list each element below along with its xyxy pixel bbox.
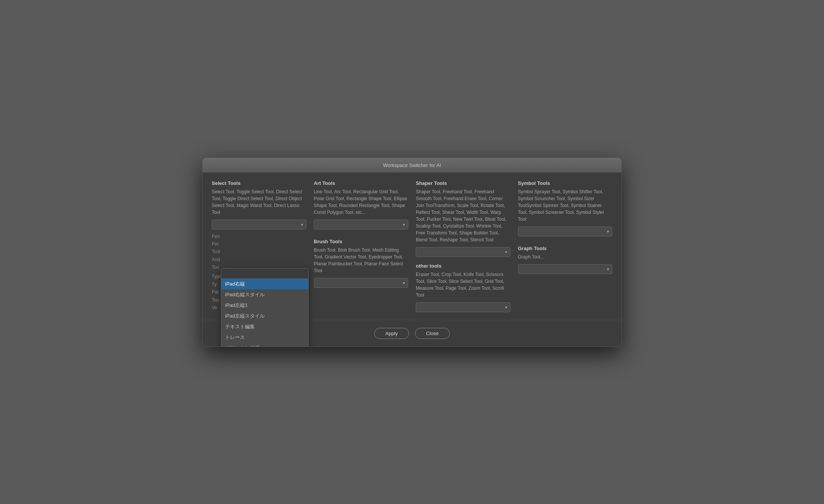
- graph-tools-title: Graph Tools: [518, 246, 613, 251]
- dropdown-item-ipad-right[interactable]: iPad右縦: [221, 279, 308, 289]
- dropdown-overlay: iPad右縦 iPad右縦スタイル iPad左縦1 iPad左縦スタイル テキス…: [221, 268, 309, 347]
- symbol-graph-tools-section: Symbol Tools Symbol Sprayer Tool, Symbol…: [518, 180, 613, 312]
- dialog-title: Workspace Switcher for AI: [383, 162, 441, 168]
- other-tools-dropdown[interactable]: [416, 302, 510, 312]
- title-bar: Workspace Switcher for AI: [203, 158, 621, 173]
- art-brush-tools-section: Art Tools Line Tool, Arc Tool, Rectangul…: [314, 180, 409, 312]
- other-tools-subsection: other tools Eraser Tool, Crop Tool, Knif…: [416, 263, 510, 312]
- brush-tools-title: Brush Tools: [314, 239, 409, 244]
- dropdown-item-ipad-right-style[interactable]: iPad右縦スタイル: [221, 289, 308, 300]
- select-tools-dropdown-wrapper[interactable]: [212, 220, 306, 230]
- select-tools-body: Select Tool, Toggle Select Tool, Direct …: [212, 188, 306, 216]
- other-tools-body: Eraser Tool, Crop Tool, Knife Tool, Scis…: [416, 271, 510, 299]
- select-tools-section: Select Tools Select Tool, Toggle Select …: [212, 180, 306, 312]
- dropdown-search-input[interactable]: [221, 268, 308, 279]
- graph-tools-dropdown[interactable]: [518, 264, 613, 274]
- graph-tools-dropdown-wrapper[interactable]: [518, 264, 613, 274]
- shaper-tools-dropdown-wrapper[interactable]: [416, 247, 510, 257]
- symbol-tools-dropdown-wrapper[interactable]: [518, 226, 613, 236]
- content-area: Select Tools Select Tool, Toggle Select …: [203, 173, 621, 320]
- select-tools-dropdown[interactable]: [212, 220, 306, 230]
- brush-tools-dropdown-wrapper[interactable]: [314, 278, 409, 288]
- brush-tools-dropdown[interactable]: [314, 278, 409, 288]
- dropdown-item-trace[interactable]: トレース: [221, 332, 308, 343]
- dropdown-item-ipad-left1[interactable]: iPad左縦1: [221, 300, 308, 311]
- brush-tools-subsection: Brush Tools Brush Tool, Blob Brush Tool,…: [314, 239, 409, 288]
- symbol-tools-body: Symbol Sprayer Tool, Symbol Shifter Tool…: [518, 188, 613, 223]
- other-tools-dropdown-wrapper[interactable]: [416, 302, 510, 312]
- art-tools-title: Art Tools: [314, 180, 409, 186]
- dropdown-item-print-correct[interactable]: プリントと校正: [221, 343, 308, 347]
- symbol-tools-title: Symbol Tools: [518, 180, 613, 186]
- shaper-other-tools-section: Shaper Tools Shaper Tool, Freehand Tool,…: [416, 180, 510, 312]
- apply-button[interactable]: Apply: [374, 328, 409, 339]
- brush-tools-body: Brush Tool, Blob Brush Tool, Mesh Editin…: [314, 247, 409, 274]
- close-button[interactable]: Close: [415, 328, 450, 339]
- workspace-switcher-dialog: Workspace Switcher for AI Select Tools S…: [202, 157, 622, 347]
- art-tools-body: Line Tool, Arc Tool, Rectangular Grid To…: [314, 188, 409, 216]
- shaper-tools-title: Shaper Tools: [416, 180, 510, 186]
- art-tools-dropdown[interactable]: [314, 220, 409, 230]
- graph-tools-body: Graph Tool...: [518, 254, 613, 260]
- shaper-tools-body: Shaper Tool, Freehand Tool, Freehand Smo…: [416, 188, 510, 243]
- dropdown-item-ipad-left-style[interactable]: iPad左縦スタイル: [221, 311, 308, 321]
- symbol-tools-dropdown[interactable]: [518, 226, 613, 236]
- dropdown-item-text-edit[interactable]: テキスト編集: [221, 321, 308, 332]
- other-tools-title: other tools: [416, 263, 510, 269]
- art-tools-dropdown-wrapper[interactable]: [314, 220, 409, 230]
- graph-tools-subsection: Graph Tools Graph Tool...: [518, 246, 613, 274]
- select-tools-title: Select Tools: [212, 180, 306, 186]
- shaper-tools-dropdown[interactable]: [416, 247, 510, 257]
